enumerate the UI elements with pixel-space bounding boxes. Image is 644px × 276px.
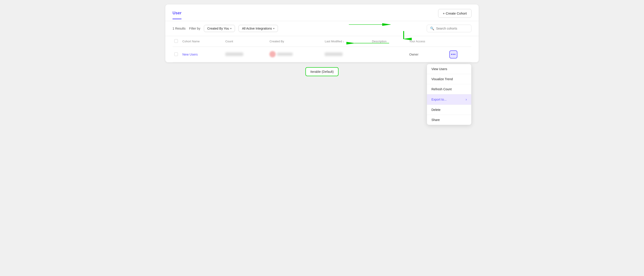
search-icon: 🔍 (430, 27, 434, 31)
col-actions (448, 36, 472, 47)
row-checkbox[interactable] (174, 52, 178, 56)
col-your-access: Your Access (408, 36, 448, 47)
menu-item-share[interactable]: Share (427, 115, 471, 125)
chevron-down-icon: ▾ (230, 27, 232, 30)
count-cell (224, 47, 268, 62)
actions-cell: ••• (448, 47, 472, 62)
menu-item-export-to[interactable]: Export to... › (427, 94, 471, 105)
table-row: New Users (172, 47, 472, 62)
col-created-by: Created By (268, 36, 323, 47)
page-title: User (172, 11, 182, 19)
description-cell (370, 47, 408, 62)
avatar (270, 51, 276, 57)
iterable-badge: Iterable (Default) (306, 67, 338, 76)
created-by-label: Created By You (207, 27, 229, 30)
search-box: 🔍 (427, 25, 472, 32)
creator-name-blurred (277, 53, 293, 56)
access-value: Owner (409, 53, 418, 56)
sort-icon: ↕ (343, 40, 344, 43)
created-by-cell (268, 47, 323, 62)
cohorts-table: Cohort Name Count Created By Last Modifi… (172, 36, 472, 62)
col-description: Description (370, 36, 408, 47)
col-cohort-name: Cohort Name (180, 36, 224, 47)
cohort-name-cell: New Users (180, 47, 224, 62)
search-input[interactable] (436, 27, 468, 30)
chevron-down-icon: ▾ (273, 27, 274, 30)
results-count: 1 Results (172, 27, 186, 30)
count-blurred (225, 52, 243, 56)
filter-by-label: Filter by (189, 27, 200, 30)
row-checkbox-cell (172, 47, 180, 62)
menu-item-view-users[interactable]: View Users (427, 64, 471, 74)
integrations-label: All Active Integrations (242, 27, 272, 30)
col-count: Count (224, 36, 268, 47)
integrations-dropdown[interactable]: All Active Integrations ▾ (238, 25, 278, 32)
page-header: User + Create Cohort (165, 5, 479, 21)
cohorts-table-wrap: Cohort Name Count Created By Last Modifi… (165, 36, 479, 62)
select-all-checkbox[interactable] (174, 39, 178, 43)
three-dots-icon: ••• (451, 52, 456, 57)
select-all-cell (172, 36, 180, 47)
chevron-right-icon: › (466, 97, 467, 102)
last-modified-cell (323, 47, 370, 62)
access-cell: Owner (408, 47, 448, 62)
context-menu: View Users Visualize Trend Refresh Count… (427, 64, 472, 125)
created-by-avatar (270, 51, 293, 57)
table-header-row: Cohort Name Count Created By Last Modifi… (172, 36, 472, 47)
menu-item-refresh-count[interactable]: Refresh Count (427, 84, 471, 94)
menu-item-delete[interactable]: Delete (427, 105, 471, 115)
toolbar: 1 Results Filter by Created By You ▾ All… (165, 21, 479, 36)
menu-item-visualize-trend[interactable]: Visualize Trend (427, 74, 471, 84)
cohort-name-link[interactable]: New Users (182, 53, 198, 56)
last-modified-blurred (325, 52, 342, 56)
row-actions-button[interactable]: ••• (449, 50, 458, 59)
created-by-dropdown[interactable]: Created By You ▾ (204, 25, 235, 32)
col-last-modified: Last Modified ↕ (323, 36, 370, 47)
create-cohort-button[interactable]: + Create Cohort (438, 9, 472, 18)
